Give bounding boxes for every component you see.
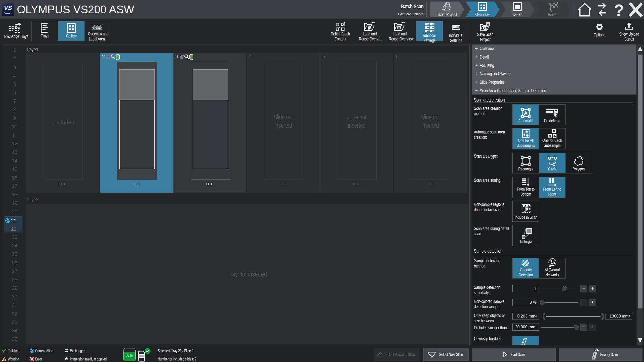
svg-text:Overview: Overview (475, 12, 490, 17)
svg-text:?: ? (614, 3, 624, 17)
svg-text:A: A (524, 110, 528, 116)
svg-text:Finish: Finish (548, 12, 557, 17)
svg-text:Detail: Detail (513, 12, 522, 17)
svg-text:Scan Project: Scan Project (437, 12, 457, 17)
